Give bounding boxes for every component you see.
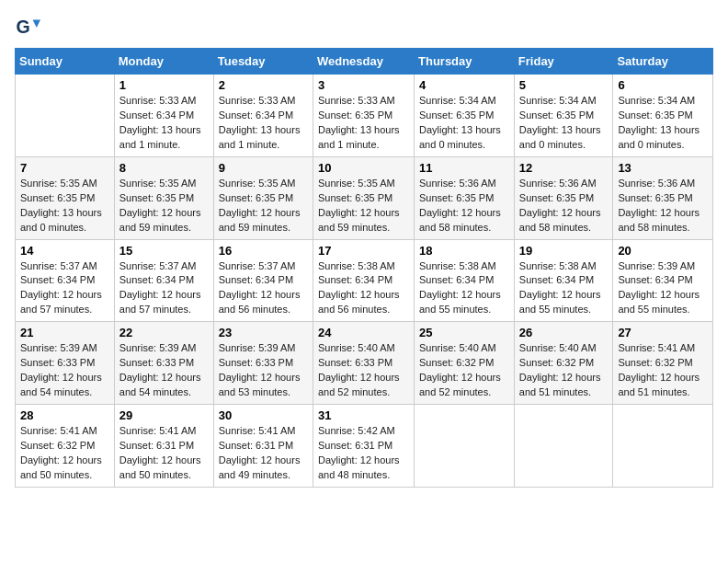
calendar-cell [16,75,115,157]
cell-info: Sunrise: 5:33 AM Sunset: 6:34 PM Dayligh… [219,94,308,153]
logo: G [15,15,44,40]
day-number: 17 [318,244,409,258]
day-number: 15 [119,244,209,258]
calendar-cell: 21Sunrise: 5:39 AM Sunset: 6:33 PM Dayli… [16,322,115,405]
calendar-cell: 30Sunrise: 5:41 AM Sunset: 6:31 PM Dayli… [213,405,313,488]
day-header-friday: Friday [514,49,613,75]
cell-info: Sunrise: 5:39 AM Sunset: 6:34 PM Dayligh… [618,259,708,318]
calendar-cell: 7Sunrise: 5:35 AM Sunset: 6:35 PM Daylig… [16,156,115,239]
cell-info: Sunrise: 5:40 AM Sunset: 6:33 PM Dayligh… [318,341,409,400]
day-number: 27 [618,326,708,339]
cell-info: Sunrise: 5:40 AM Sunset: 6:32 PM Dayligh… [419,341,509,400]
calendar-cell: 13Sunrise: 5:36 AM Sunset: 6:35 PM Dayli… [613,156,713,239]
day-number: 9 [219,161,308,175]
day-number: 13 [618,161,708,175]
calendar-cell: 31Sunrise: 5:42 AM Sunset: 6:31 PM Dayli… [313,405,414,488]
calendar-cell: 6Sunrise: 5:34 AM Sunset: 6:35 PM Daylig… [613,75,713,157]
calendar-cell: 22Sunrise: 5:39 AM Sunset: 6:33 PM Dayli… [114,322,213,405]
cell-info: Sunrise: 5:41 AM Sunset: 6:32 PM Dayligh… [20,424,109,483]
day-number: 18 [419,244,509,258]
calendar-cell: 15Sunrise: 5:37 AM Sunset: 6:34 PM Dayli… [114,239,213,322]
calendar-table: SundayMondayTuesdayWednesdayThursdayFrid… [15,48,713,488]
cell-info: Sunrise: 5:36 AM Sunset: 6:35 PM Dayligh… [419,177,509,236]
day-number: 20 [618,244,708,258]
calendar-cell: 3Sunrise: 5:33 AM Sunset: 6:35 PM Daylig… [313,75,414,157]
cell-info: Sunrise: 5:38 AM Sunset: 6:34 PM Dayligh… [519,259,609,318]
day-number: 2 [219,78,308,92]
calendar-cell: 14Sunrise: 5:37 AM Sunset: 6:34 PM Dayli… [16,239,115,322]
day-number: 1 [119,78,209,92]
day-number: 26 [519,326,609,339]
day-header-thursday: Thursday [415,49,515,75]
cell-info: Sunrise: 5:35 AM Sunset: 6:35 PM Dayligh… [20,177,109,236]
day-header-monday: Monday [114,49,213,75]
day-number: 3 [318,78,409,92]
cell-info: Sunrise: 5:40 AM Sunset: 6:32 PM Dayligh… [519,341,609,400]
calendar-cell: 25Sunrise: 5:40 AM Sunset: 6:32 PM Dayli… [415,322,515,405]
cell-info: Sunrise: 5:41 AM Sunset: 6:31 PM Dayligh… [219,424,308,483]
cell-info: Sunrise: 5:36 AM Sunset: 6:35 PM Dayligh… [618,177,708,236]
calendar-cell: 19Sunrise: 5:38 AM Sunset: 6:34 PM Dayli… [514,239,613,322]
calendar-cell: 28Sunrise: 5:41 AM Sunset: 6:32 PM Dayli… [16,405,115,488]
calendar-cell: 23Sunrise: 5:39 AM Sunset: 6:33 PM Dayli… [213,322,313,405]
svg-marker-1 [33,20,40,28]
day-number: 4 [419,78,509,92]
day-number: 24 [318,326,409,339]
day-number: 19 [519,244,609,258]
calendar-cell: 12Sunrise: 5:36 AM Sunset: 6:35 PM Dayli… [514,156,613,239]
day-number: 8 [119,161,209,175]
calendar-cell [514,405,613,488]
calendar-cell: 18Sunrise: 5:38 AM Sunset: 6:34 PM Dayli… [415,239,515,322]
cell-info: Sunrise: 5:38 AM Sunset: 6:34 PM Dayligh… [419,259,509,318]
cell-info: Sunrise: 5:37 AM Sunset: 6:34 PM Dayligh… [119,259,209,318]
cell-info: Sunrise: 5:36 AM Sunset: 6:35 PM Dayligh… [519,177,609,236]
week-row-1: 1Sunrise: 5:33 AM Sunset: 6:34 PM Daylig… [16,75,713,157]
calendar-cell: 2Sunrise: 5:33 AM Sunset: 6:34 PM Daylig… [213,75,313,157]
day-number: 22 [119,326,209,339]
day-number: 16 [219,244,308,258]
cell-info: Sunrise: 5:39 AM Sunset: 6:33 PM Dayligh… [119,341,209,400]
cell-info: Sunrise: 5:42 AM Sunset: 6:31 PM Dayligh… [318,424,409,483]
day-number: 30 [219,408,308,422]
day-number: 23 [219,326,308,339]
day-number: 6 [618,78,708,92]
calendar-cell: 4Sunrise: 5:34 AM Sunset: 6:35 PM Daylig… [415,75,515,157]
calendar-cell: 9Sunrise: 5:35 AM Sunset: 6:35 PM Daylig… [213,156,313,239]
day-number: 7 [20,161,109,175]
calendar-cell: 1Sunrise: 5:33 AM Sunset: 6:34 PM Daylig… [114,75,213,157]
day-number: 25 [419,326,509,339]
week-row-3: 14Sunrise: 5:37 AM Sunset: 6:34 PM Dayli… [16,239,713,322]
cell-info: Sunrise: 5:37 AM Sunset: 6:34 PM Dayligh… [219,259,308,318]
cell-info: Sunrise: 5:35 AM Sunset: 6:35 PM Dayligh… [318,177,409,236]
day-number: 21 [20,326,109,339]
calendar-cell [613,405,713,488]
day-header-saturday: Saturday [613,49,713,75]
day-number: 12 [519,161,609,175]
calendar-cell [415,405,515,488]
cell-info: Sunrise: 5:37 AM Sunset: 6:34 PM Dayligh… [20,259,109,318]
calendar-cell: 16Sunrise: 5:37 AM Sunset: 6:34 PM Dayli… [213,239,313,322]
day-header-wednesday: Wednesday [313,49,414,75]
calendar-cell: 20Sunrise: 5:39 AM Sunset: 6:34 PM Dayli… [613,239,713,322]
week-row-4: 21Sunrise: 5:39 AM Sunset: 6:33 PM Dayli… [16,322,713,405]
header-row: SundayMondayTuesdayWednesdayThursdayFrid… [16,49,713,75]
calendar-cell: 29Sunrise: 5:41 AM Sunset: 6:31 PM Dayli… [114,405,213,488]
cell-info: Sunrise: 5:41 AM Sunset: 6:31 PM Dayligh… [119,424,209,483]
day-number: 29 [119,408,209,422]
day-number: 14 [20,244,109,258]
cell-info: Sunrise: 5:34 AM Sunset: 6:35 PM Dayligh… [618,94,708,153]
calendar-cell: 17Sunrise: 5:38 AM Sunset: 6:34 PM Dayli… [313,239,414,322]
day-number: 31 [318,408,409,422]
cell-info: Sunrise: 5:34 AM Sunset: 6:35 PM Dayligh… [519,94,609,153]
cell-info: Sunrise: 5:35 AM Sunset: 6:35 PM Dayligh… [119,177,209,236]
day-number: 11 [419,161,509,175]
page-header: G [15,15,713,40]
logo-icon: G [15,15,40,40]
cell-info: Sunrise: 5:33 AM Sunset: 6:35 PM Dayligh… [318,94,409,153]
calendar-cell: 8Sunrise: 5:35 AM Sunset: 6:35 PM Daylig… [114,156,213,239]
calendar-cell: 10Sunrise: 5:35 AM Sunset: 6:35 PM Dayli… [313,156,414,239]
day-number: 5 [519,78,609,92]
day-number: 28 [20,408,109,422]
cell-info: Sunrise: 5:35 AM Sunset: 6:35 PM Dayligh… [219,177,308,236]
calendar-cell: 26Sunrise: 5:40 AM Sunset: 6:32 PM Dayli… [514,322,613,405]
